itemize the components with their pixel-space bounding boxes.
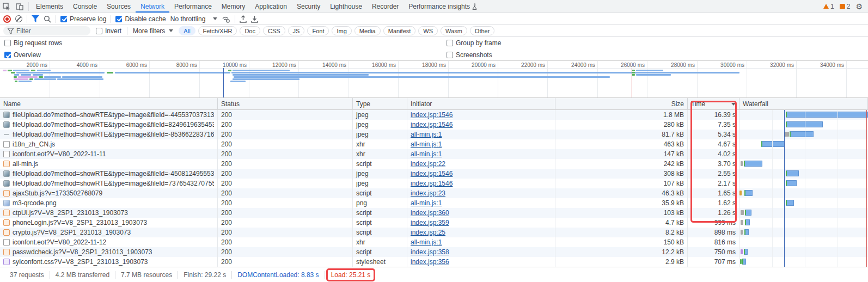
tab-performance[interactable]: Performance (169, 0, 217, 13)
initiator-link[interactable]: index.jsp:25 (411, 228, 445, 237)
initiator-link[interactable]: index.jsp:1546 (411, 179, 453, 188)
chip-other[interactable]: Other (470, 26, 495, 35)
divider (127, 27, 127, 35)
overview-request-bar (107, 72, 113, 73)
record-button[interactable] (3, 15, 11, 23)
option-screenshots[interactable]: Screenshots (447, 51, 492, 59)
chip-font[interactable]: Font (307, 26, 329, 35)
invert-checkbox[interactable]: Invert (96, 27, 121, 35)
initiator-link[interactable]: index.jsp:360 (411, 209, 449, 218)
initiator-link[interactable]: all-min.js:1 (411, 238, 442, 247)
table-row[interactable]: phoneLogin.js?V=V8_2SP1_231013_190307320… (0, 218, 868, 228)
initiator-link[interactable]: index.jsp:22 (411, 160, 445, 169)
filter-toggle-icon[interactable] (32, 15, 39, 22)
disable-cache-label: Disable cache (125, 15, 166, 23)
overview-timeline[interactable]: 2000 ms4000 ms6000 ms8000 ms10000 ms1200… (0, 61, 868, 98)
option-big-request-rows[interactable]: Big request rows (4, 39, 62, 47)
throttling-dropdown[interactable]: No throttling (170, 15, 218, 23)
cell-type: script (353, 228, 407, 237)
table-row[interactable]: i18n_zh_CN.js200xhrall-min.js:1463 kB4.6… (0, 139, 868, 149)
tab-lighthouse[interactable]: Lighthouse (325, 0, 367, 13)
table-row[interactable]: ctpUi.js?V=V8_2SP1_231013_1903073200scri… (0, 208, 868, 218)
inspect-element-icon[interactable] (0, 0, 13, 13)
chip-media[interactable]: Media (354, 26, 381, 35)
initiator-link[interactable]: index.jsp:358 (411, 248, 449, 257)
clear-button[interactable] (15, 15, 22, 22)
initiator-link[interactable]: index.jsp:356 (411, 258, 449, 267)
column-header-type[interactable]: Type (353, 98, 407, 110)
table-row[interactable]: fileUpload.do?method=showRTE&type=image&… (0, 179, 868, 188)
export-har-icon[interactable] (251, 15, 258, 23)
chip-css[interactable]: CSS (263, 26, 285, 35)
settings-gear-icon[interactable]: ⚙ (855, 3, 863, 10)
search-icon[interactable] (44, 15, 51, 23)
initiator-link[interactable]: index.jsp:359 (411, 218, 449, 228)
ruler-baseline (0, 68, 868, 69)
more-filters-dropdown[interactable]: More filters (133, 27, 173, 35)
chip-ws[interactable]: WS (418, 26, 438, 35)
chip-wasm[interactable]: Wasm (441, 26, 467, 35)
table-row[interactable]: m3-qrcode.png200pngall-min.js:135.9 kB1.… (0, 198, 868, 208)
initiator-link[interactable]: index.jsp:1546 (411, 169, 453, 179)
network-conditions-icon[interactable] (222, 15, 230, 23)
table-row[interactable]: fileUpload.do?method=showRTE&type=image&… (0, 120, 868, 130)
table-row[interactable]: fileUpload.do?method=showRTE&type=image&… (0, 110, 868, 120)
chip-doc[interactable]: Doc (240, 26, 260, 35)
initiator-link[interactable]: all-min.js:1 (411, 150, 442, 159)
chip-img[interactable]: Img (332, 26, 351, 35)
column-header-waterfall[interactable]: Waterfall (739, 98, 868, 110)
initiator-link[interactable]: all-min.js:1 (411, 130, 442, 139)
table-row[interactable]: iconfont.eot?V=V80_2022-11-11200xhrall-m… (0, 149, 868, 159)
png-icon (3, 200, 10, 206)
table-row[interactable]: all-min.js200scriptindex.jsp:22242 kB3.7… (0, 159, 868, 169)
tab-recorder[interactable]: Recorder (367, 0, 404, 13)
chip-js[interactable]: JS (288, 26, 305, 35)
warnings-indicator[interactable]: 1 (823, 3, 834, 10)
initiator-link[interactable]: index.jsp:23 (411, 189, 445, 198)
issues-indicator[interactable]: 2 (840, 3, 851, 10)
initiator-link[interactable]: index.jsp:1546 (411, 120, 453, 130)
table-row[interactable]: ajaxStub.js?v=1733502768079200scriptinde… (0, 188, 868, 198)
timeline-gridline (349, 61, 349, 97)
filter-input[interactable] (16, 27, 82, 35)
option-group-by-frame[interactable]: Group by frame (447, 39, 501, 47)
chip-all[interactable]: All (179, 26, 195, 35)
tab-network[interactable]: Network (136, 0, 169, 13)
cell-status: 200 (218, 218, 353, 228)
column-header-initiator[interactable]: Initiator (407, 98, 555, 110)
device-toolbar-icon[interactable] (13, 0, 26, 13)
cell-time: 7.35 s (688, 120, 739, 130)
doc-icon (3, 151, 10, 157)
tab-application[interactable]: Application (250, 0, 292, 13)
tab-security[interactable]: Security (292, 0, 325, 13)
table-row[interactable]: passwdcheck.js?V=V8_2SP1_231013_19030732… (0, 247, 868, 257)
column-header-time[interactable]: Time (688, 98, 739, 110)
chip-fetch-xhr[interactable]: Fetch/XHR (198, 26, 237, 35)
column-header-name[interactable]: Name (0, 98, 218, 110)
checkbox-icon (4, 52, 11, 58)
cell-waterfall (739, 208, 868, 218)
disable-cache-checkbox[interactable]: Disable cache (115, 15, 166, 23)
initiator-link[interactable]: all-min.js:1 (411, 140, 442, 149)
initiator-link[interactable]: index.jsp:1546 (411, 111, 453, 120)
cell-status: 200 (218, 188, 353, 198)
tab-performance-insights[interactable]: Performance insights (404, 0, 482, 13)
table-row[interactable]: fileUpload.do?method=showRTE&type=image&… (0, 130, 868, 139)
column-header-size[interactable]: Size (555, 98, 688, 110)
cell-size: 308 kB (555, 169, 688, 179)
chip-manifest[interactable]: Manifest (383, 26, 416, 35)
import-har-icon[interactable] (240, 15, 247, 23)
option-overview[interactable]: Overview (4, 51, 41, 59)
initiator-link[interactable]: all-min.js:1 (411, 199, 442, 208)
tab-console[interactable]: Console (68, 0, 102, 13)
tab-sources[interactable]: Sources (102, 0, 136, 13)
tab-memory[interactable]: Memory (217, 0, 250, 13)
table-row[interactable]: syIconfont.css?V=V8_2SP1_231013_19030732… (0, 257, 868, 267)
table-row[interactable]: iconfont.eot?V=V80_2022-11-12200xhrall-m… (0, 237, 868, 247)
table-row[interactable]: fileUpload.do?method=showRTE&type=image&… (0, 169, 868, 179)
tab-elements[interactable]: Elements (31, 0, 68, 13)
cell-waterfall (739, 257, 868, 267)
column-header-status[interactable]: Status (218, 98, 353, 110)
preserve-log-checkbox[interactable]: Preserve log (60, 15, 106, 23)
table-row[interactable]: crypto.js?V=V8_2SP1_231013_1903073200scr… (0, 228, 868, 237)
